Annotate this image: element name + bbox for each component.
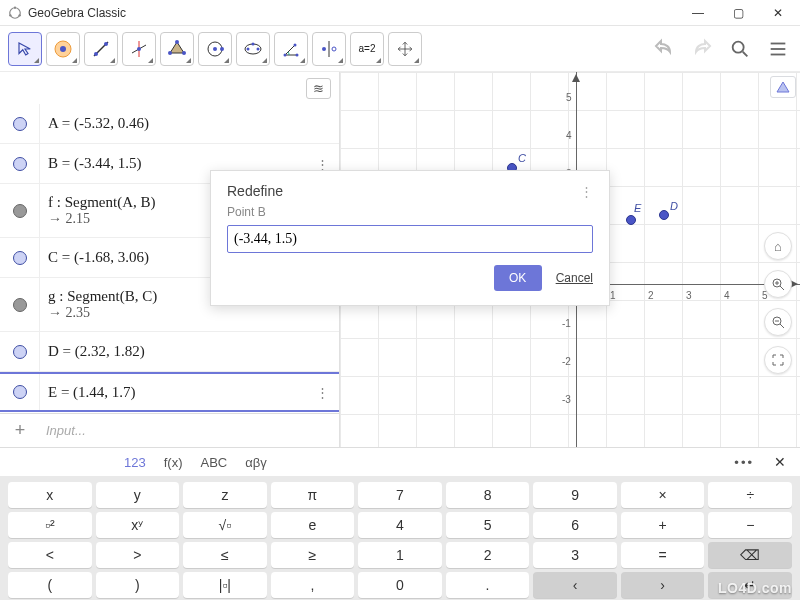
key[interactable]: 7 — [358, 482, 442, 508]
visibility-toggle[interactable] — [0, 184, 40, 237]
tool-point[interactable] — [46, 32, 80, 66]
window-close-button[interactable]: ✕ — [758, 1, 798, 25]
add-input-button[interactable]: + — [0, 420, 40, 441]
hamburger-menu-button[interactable] — [764, 35, 792, 63]
tool-circle[interactable] — [198, 32, 232, 66]
point-label: D — [670, 200, 678, 212]
row-menu-icon[interactable]: ⋮ — [316, 156, 329, 171]
graphics-settings-button[interactable] — [770, 76, 796, 98]
key-backspace[interactable]: ⌫ — [708, 542, 792, 568]
key[interactable]: 4 — [358, 512, 442, 538]
key[interactable]: ) — [96, 572, 180, 598]
onscreen-keyboard: x y z π 7 8 9 × ÷ ▫² xʸ √▫ e 4 5 6 + − <… — [0, 476, 800, 600]
svg-line-37 — [780, 286, 784, 290]
key[interactable]: e — [271, 512, 355, 538]
point-D[interactable] — [659, 210, 669, 220]
key[interactable]: ≤ — [183, 542, 267, 568]
svg-point-8 — [94, 52, 98, 56]
key[interactable]: z — [183, 482, 267, 508]
keyboard-more-button[interactable]: ••• — [734, 455, 754, 470]
dialog-menu-icon[interactable]: ⋮ — [580, 184, 593, 199]
visibility-toggle[interactable] — [0, 104, 40, 143]
key[interactable]: ÷ — [708, 482, 792, 508]
key[interactable]: √▫ — [183, 512, 267, 538]
point-E[interactable] — [626, 215, 636, 225]
key[interactable]: 1 — [358, 542, 442, 568]
svg-point-26 — [294, 43, 297, 46]
svg-point-23 — [252, 42, 255, 45]
key[interactable]: 0 — [358, 572, 442, 598]
key[interactable]: xʸ — [96, 512, 180, 538]
algebra-row[interactable]: E = (1.44, 1.7) ⋮ — [0, 372, 339, 412]
key[interactable]: × — [621, 482, 705, 508]
zoom-out-button[interactable] — [764, 308, 792, 336]
fullscreen-button[interactable] — [764, 346, 792, 374]
key-left[interactable]: ‹ — [533, 572, 617, 598]
kb-tab-fx[interactable]: f(x) — [164, 455, 183, 470]
cancel-button[interactable]: Cancel — [556, 271, 593, 285]
tool-reflect[interactable] — [312, 32, 346, 66]
dialog-title: Redefine — [227, 183, 283, 199]
tick-label: -1 — [562, 318, 571, 329]
key[interactable]: 6 — [533, 512, 617, 538]
svg-point-14 — [175, 40, 179, 44]
key[interactable]: y — [96, 482, 180, 508]
tool-conic[interactable] — [236, 32, 270, 66]
graph-toggle-button[interactable]: ≋ — [306, 78, 331, 99]
tool-pan[interactable] — [388, 32, 422, 66]
svg-point-21 — [247, 47, 250, 50]
svg-point-24 — [284, 53, 287, 56]
visibility-toggle[interactable] — [0, 144, 40, 183]
search-button[interactable] — [726, 35, 754, 63]
key[interactable]: − — [708, 512, 792, 538]
key-right[interactable]: › — [621, 572, 705, 598]
key[interactable]: |▫| — [183, 572, 267, 598]
key[interactable]: 8 — [446, 482, 530, 508]
key[interactable]: ( — [8, 572, 92, 598]
kb-tab-greek[interactable]: αβγ — [245, 455, 267, 470]
window-maximize-button[interactable]: ▢ — [718, 1, 758, 25]
key[interactable]: + — [621, 512, 705, 538]
key[interactable]: , — [271, 572, 355, 598]
key[interactable]: . — [446, 572, 530, 598]
key[interactable]: ▫² — [8, 512, 92, 538]
key[interactable]: = — [621, 542, 705, 568]
window-minimize-button[interactable]: — — [678, 1, 718, 25]
key[interactable]: 2 — [446, 542, 530, 568]
redo-button[interactable] — [688, 35, 716, 63]
key[interactable]: ≥ — [271, 542, 355, 568]
key[interactable]: π — [271, 482, 355, 508]
visibility-toggle[interactable] — [0, 374, 40, 410]
row-menu-icon[interactable]: ⋮ — [316, 385, 329, 400]
algebra-row[interactable]: A = (-5.32, 0.46) — [0, 104, 339, 144]
ok-button[interactable]: OK — [494, 265, 542, 291]
tool-angle[interactable] — [274, 32, 308, 66]
algebra-expr: A = (-5.32, 0.46) — [40, 115, 339, 132]
key[interactable]: 3 — [533, 542, 617, 568]
redefine-input[interactable] — [227, 225, 593, 253]
key[interactable]: > — [96, 542, 180, 568]
undo-button[interactable] — [650, 35, 678, 63]
visibility-toggle[interactable] — [0, 238, 40, 277]
tool-line[interactable] — [84, 32, 118, 66]
keyboard-close-button[interactable]: ✕ — [774, 454, 786, 470]
svg-point-28 — [322, 47, 326, 51]
kb-tab-123[interactable]: 123 — [124, 455, 146, 470]
visibility-toggle[interactable] — [0, 332, 40, 371]
tool-slider[interactable]: a=2 — [350, 32, 384, 66]
tool-move[interactable] — [8, 32, 42, 66]
home-button[interactable]: ⌂ — [764, 232, 792, 260]
visibility-toggle[interactable] — [0, 278, 40, 331]
key[interactable]: < — [8, 542, 92, 568]
algebra-input[interactable]: Input... — [40, 423, 339, 438]
tool-perpendicular[interactable] — [122, 32, 156, 66]
zoom-in-button[interactable] — [764, 270, 792, 298]
tool-polygon[interactable] — [160, 32, 194, 66]
axis-arrow-up-icon — [572, 74, 580, 82]
key[interactable]: 9 — [533, 482, 617, 508]
svg-point-30 — [733, 41, 744, 52]
algebra-row[interactable]: D = (2.32, 1.82) — [0, 332, 339, 372]
kb-tab-abc[interactable]: ABC — [200, 455, 227, 470]
key[interactable]: 5 — [446, 512, 530, 538]
key[interactable]: x — [8, 482, 92, 508]
